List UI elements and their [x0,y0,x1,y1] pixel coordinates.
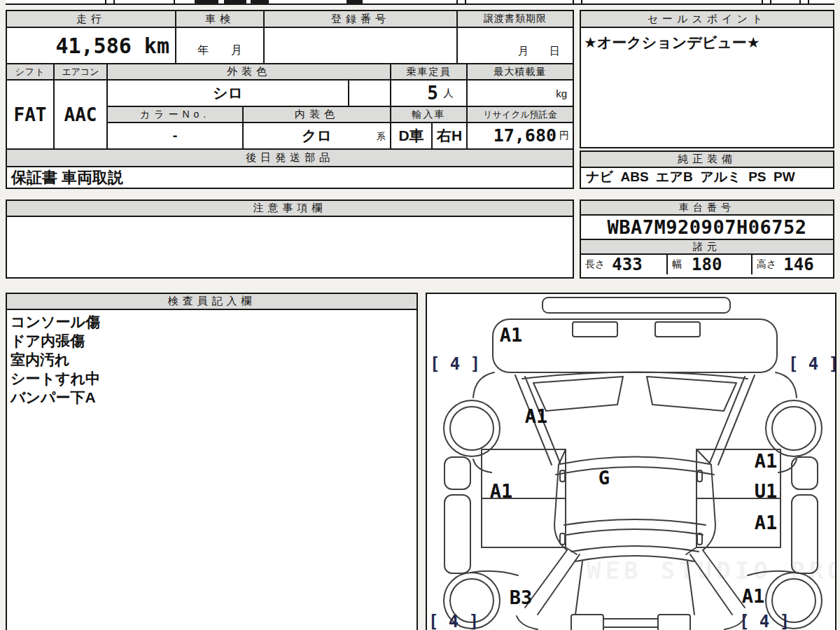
wiper-right [647,377,736,411]
capacity-header: 乗車定員 [391,64,468,79]
cropped-row-fragment [6,0,834,5]
mileage-header: 走行 [7,11,176,27]
interior-color-header: 内装色 [244,107,391,122]
oem-equipment-panel: 純正装備 ナビ ABS エアB アルミ PS PW [580,150,834,189]
caution-notes-header: 注意事項欄 [7,201,573,216]
spec-width-label: 幅 [672,258,682,271]
chassis-number-header: 車台番号 [581,201,833,214]
auction-sheet: 走行 車検 登録番号 譲渡書類期限 41,586 km 年 月 月 日 シフト … [0,0,840,630]
sales-point-header: セールスポイント [581,11,833,27]
tread-rear-right: [ 4 ] [739,612,790,630]
tread-front-right: [ 4 ] [788,354,835,374]
exterior-color-sub-cell [349,80,391,106]
mark-front-left-fender: A1 [525,405,548,427]
mark-front-bumper: A1 [500,324,523,346]
shift-value: FAT [7,80,55,148]
spec-width-value: 180 [692,255,722,274]
inspector-note-line: ドア内張傷 [10,331,416,350]
headlight-left [573,322,617,337]
tread-front-left: [ 4 ] [430,354,480,374]
cropped-text-fragment [251,0,269,4]
front-panel [493,319,777,372]
registration-number-value [265,28,458,63]
later-parts-value: 保証書 車両取説 [7,167,573,188]
damage-diagram-box: WEB STUDIO PRO [426,293,836,630]
inspector-notes-header: 検査員記入欄 [7,294,416,309]
inspector-note-line: バンパー下A [10,388,416,407]
capacity-value: 5 人 [391,80,468,106]
caution-notes-box: 注意事項欄 [6,200,574,279]
spec-length-label: 長さ [585,258,605,271]
spec-length-value: 433 [612,255,642,274]
inspector-notes-box: 検査員記入欄 コンソール傷 ドア内張傷 室内汚れ シートすれ中 バンパー下A [6,293,418,630]
chassis-number-value: WBA7M920907H06752 [581,216,833,239]
oem-equipment-value: ナビ ABS エアB アルミ PS PW [581,168,833,186]
handle-side-value: 右H [433,123,468,148]
interior-color-suffix: 系 [377,130,386,143]
mileage-value: 41,586 km [7,28,176,63]
sill-left [444,495,470,573]
main-info-table: 走行 車検 登録番号 譲渡書類期限 41,586 km 年 月 月 日 シフト … [6,10,574,189]
mark-left-rear-quarter: B3 [510,587,533,608]
shift-header: シフト [7,64,55,79]
spec-width: 幅 180 [668,255,752,274]
mirror-left [444,457,470,489]
mark-right-rear-door: A1 [755,512,778,533]
inspector-note-line: コンソール傷 [10,312,416,331]
cropped-text-fragment [224,0,246,4]
recycle-deposit-value: 17,680 円 [468,123,573,148]
spec-height-value: 146 [783,255,813,274]
color-no-value: - [108,123,244,148]
chassis-specs-panel: 車台番号 WBA7M920907H06752 諸元 長さ 433 幅 180 高… [580,200,834,279]
max-load-value: kg [468,80,573,106]
color-no-header: カラーNo. [108,107,244,122]
aircon-header: エアコン [55,64,108,79]
exterior-color-header: 外装色 [108,64,391,79]
oem-equipment-header: 純正装備 [581,152,833,167]
door-handle [560,470,565,482]
mark-right-rear-quarter: A1 [742,585,765,607]
inspector-note-line: シートすれ中 [10,369,416,388]
specs-header: 諸元 [581,240,833,253]
mark-windshield: G [598,467,610,489]
front-bumper-strip [542,298,730,313]
mark-left-front-door: A1 [490,480,513,502]
car-damage-diagram: WEB STUDIO PRO [427,294,835,630]
interior-color-value: クロ 系 [244,123,391,148]
inspector-note-line: 室内汚れ [10,350,416,369]
tread-rear-left: [ 4 ] [428,612,479,630]
fender-front-left [473,372,494,398]
fender-front-right [776,372,797,398]
spec-length: 長さ 433 [581,255,668,274]
exterior-color-value: シロ [108,80,349,106]
headlight-right [655,322,700,337]
cropped-text-fragment [195,0,218,4]
registration-number-header: 登録番号 [265,11,458,27]
taillight-left [571,615,603,630]
sales-point-value: ★オークションデビュー★ [581,28,833,57]
taillight-right [658,615,690,630]
spec-height: 高さ 146 [752,255,833,274]
transfer-deadline-value: 月 日 [458,28,573,63]
spec-height-label: 高さ [757,258,776,271]
aircon-value: AAC [55,80,108,148]
sales-point-panel: セールスポイント ★オークションデビュー★ [580,10,834,148]
inspection-date-value: 年 月 [176,28,265,63]
max-load-header: 最大積載量 [468,64,573,79]
mark-right-front-door-a: A1 [755,450,778,472]
recycle-deposit-header: リサイクル預託金 [468,107,573,122]
later-parts-header: 後日発送部品 [7,150,573,166]
cropped-text-fragment [346,0,363,4]
inspection-header: 車検 [176,11,265,27]
mark-right-front-door-b: U1 [755,480,778,502]
wheel-front-right [766,400,822,456]
import-car-header: 輸入車 [391,107,468,122]
transfer-deadline-header: 譲渡書類期限 [458,11,573,27]
import-type-value: D車 [391,123,433,148]
wheel-front-left [444,400,500,456]
